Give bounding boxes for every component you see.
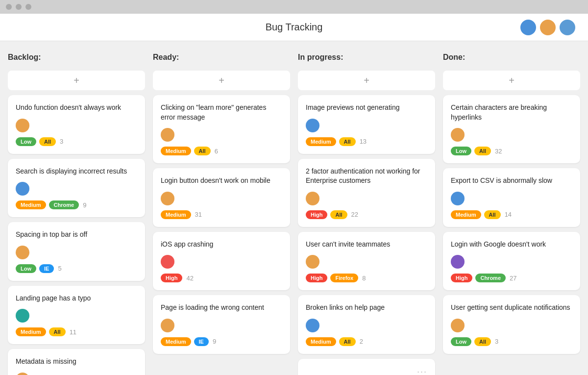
tag-badge: Chrome [49,200,79,209]
priority-badge: Low [451,337,471,346]
card-count: 5 [58,265,61,272]
card-footer: Medium31 [161,210,282,219]
priority-badge: Low [451,147,471,155]
avatar-1 [519,19,537,36]
card-avatar [16,246,29,259]
card-avatar [306,119,319,132]
card-avatar [161,128,174,142]
card-backlog-4[interactable]: Metadata is missing [8,349,145,375]
app-title: Bug Tracking [266,22,323,33]
column-ready: Ready:+Clicking on "learn more" generate… [153,51,290,375]
card-avatar [306,319,319,332]
card-footer: MediumAll6 [161,147,282,155]
app-header: Bug Tracking [0,14,588,41]
priority-badge: High [451,274,472,282]
tag-badge: All [484,210,501,219]
card-title: Clicking on "learn more" generates error… [161,103,282,122]
card-inprogress-2[interactable]: User can't invite teammatesHighFirefox8 [298,232,435,291]
card-avatar [161,255,174,269]
tag-badge: All [194,147,211,155]
column-done: Done:+Certain characters are breaking hy… [443,51,580,375]
column-header-ready: Ready: [153,51,290,66]
card-footer: HighChrome27 [451,274,572,282]
card-avatar [306,255,319,269]
card-done-2[interactable]: Login with Google doesn't workHighChrome… [443,232,580,291]
card-avatar [451,192,465,205]
card-ready-3[interactable]: Page is loading the wrong contentMediumI… [153,295,290,354]
priority-badge: High [161,274,182,282]
card-title: 2 factor authentication not working for … [306,167,427,186]
card-avatar [16,119,29,132]
priority-badge: Low [16,137,36,146]
priority-badge: Low [16,264,36,273]
minimize-btn[interactable] [16,4,22,10]
priority-badge: Medium [16,200,46,209]
add-card-button-done[interactable]: + [443,71,580,90]
user-avatars [519,19,576,36]
priority-badge: Medium [306,337,336,346]
card-title: Search is displaying incorrect results [16,167,137,176]
maximize-btn[interactable] [25,4,31,10]
card-title: Certain characters are breaking hyperlin… [451,103,572,122]
card-done-3[interactable]: User getting sent duplicate notification… [443,295,580,354]
card-backlog-0[interactable]: Undo function doesn't always workLowAll3 [8,95,145,154]
tag-badge: All [474,147,491,155]
card-count: 9 [213,338,216,345]
card-title: Image previews not generating [306,103,427,113]
card-backlog-3[interactable]: Landing page has a typoMediumAll11 [8,286,145,345]
card-footer: High42 [161,274,282,282]
card-title: User getting sent duplicate notification… [451,303,572,313]
card-done-0[interactable]: Certain characters are breaking hyperlin… [443,95,580,163]
add-card-button-ready[interactable]: + [153,71,290,90]
card-footer: MediumAll14 [451,210,572,219]
card-title: User can't invite teammates [306,240,427,250]
card-inprogress-0[interactable]: Image previews not generatingMediumAll13 [298,95,435,154]
tag-badge: All [339,337,356,346]
card-footer: LowAll3 [451,337,572,346]
kanban-board: Backlog:+Undo function doesn't always wo… [0,41,588,375]
add-card-button-backlog[interactable]: + [8,71,145,90]
card-count: 6 [215,148,218,155]
card-footer: MediumAll2 [306,337,427,346]
priority-badge: Medium [306,137,336,146]
card-inprogress-1[interactable]: 2 factor authentication not working for … [298,159,435,227]
card-title: Login with Google doesn't work [451,240,572,250]
avatar-2 [539,19,557,36]
card-ready-1[interactable]: Login button doesn't work on mobileMediu… [153,168,290,227]
card-ready-0[interactable]: Clicking on "learn more" generates error… [153,95,290,163]
title-bar [0,0,588,14]
card-title: Undo function doesn't always work [16,103,137,113]
card-done-1[interactable]: Export to CSV is abnormally slowMediumAl… [443,168,580,227]
card-backlog-2[interactable]: Spacing in top bar is offLowIE5 [8,222,145,281]
column-header-backlog: Backlog: [8,51,145,66]
card-inprogress-4[interactable]: ···File upload doesn't work on Chrome [298,359,435,375]
card-avatar [161,319,174,332]
priority-badge: Medium [451,210,481,219]
tag-badge: All [330,210,347,219]
priority-badge: High [306,210,327,219]
card-footer: MediumIE9 [161,337,282,346]
priority-badge: Medium [16,327,46,336]
card-footer: MediumAll11 [16,327,137,336]
card-backlog-1[interactable]: Search is displaying incorrect resultsMe… [8,159,145,218]
card-count: 42 [186,275,193,282]
tag-badge: IE [194,337,209,346]
card-inprogress-3[interactable]: Broken links on help pageMediumAll2 [298,295,435,354]
add-card-button-inprogress[interactable]: + [298,71,435,90]
tag-badge: IE [39,264,54,273]
card-footer: HighAll22 [306,210,427,219]
card-avatar [451,319,465,332]
card-footer: MediumChrome9 [16,200,137,209]
card-count: 3 [495,338,498,345]
card-ready-2[interactable]: iOS app crashingHigh42 [153,232,290,291]
priority-badge: Medium [161,337,191,346]
card-count: 31 [195,211,202,218]
card-menu-dots[interactable]: ··· [306,367,427,375]
card-avatar [16,182,29,196]
card-count: 13 [360,138,367,145]
priority-badge: Medium [161,147,191,155]
card-avatar [306,192,319,205]
close-btn[interactable] [6,4,12,10]
card-title: Broken links on help page [306,303,427,313]
card-count: 32 [495,148,502,155]
